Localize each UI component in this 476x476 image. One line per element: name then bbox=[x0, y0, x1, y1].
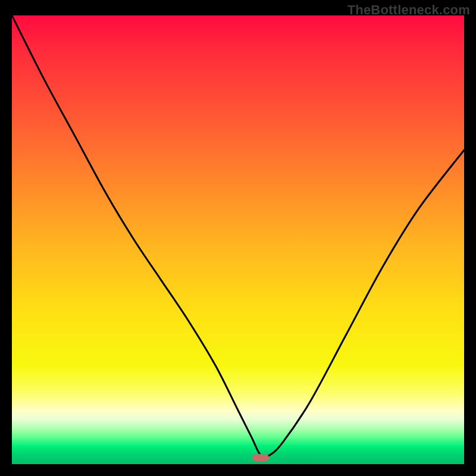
plot-area bbox=[12, 15, 464, 464]
bottleneck-curve bbox=[12, 15, 464, 464]
watermark-text: TheBottleneck.com bbox=[347, 2, 470, 18]
chart-frame: TheBottleneck.com bbox=[0, 0, 476, 476]
curve-path bbox=[12, 15, 464, 457]
optimal-point-marker bbox=[252, 454, 269, 461]
